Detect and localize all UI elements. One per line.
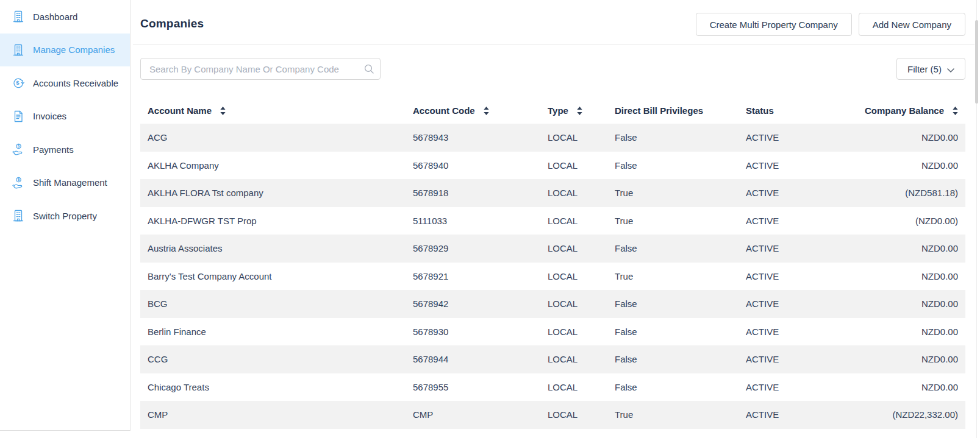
column-header-type[interactable]: Type <box>548 97 582 124</box>
sidebar-nav: DashboardManage Companies$Accounts Recei… <box>0 0 130 233</box>
table-header-row: Account NameAccount CodeTypeDirect Bill … <box>140 97 965 124</box>
cell-status: ACTIVE <box>746 207 779 235</box>
chevron-down-icon <box>947 64 954 74</box>
column-header-direct-bill-privileges: Direct Bill Privileges <box>615 97 703 124</box>
cell-status: ACTIVE <box>746 318 779 346</box>
header-actions: Create Multi Property Company Add New Co… <box>696 13 965 36</box>
search-icon <box>364 64 374 74</box>
sidebar-item-invoices[interactable]: Invoices <box>0 100 130 133</box>
cell-account-name: Berlin Finance <box>148 318 206 346</box>
table-row[interactable]: BCG5678942LOCALFalseACTIVENZD0.00 <box>140 290 965 318</box>
column-header-label: Account Name <box>148 105 212 116</box>
scrollbar-thumb[interactable] <box>975 20 978 104</box>
cell-account-code: 5678944 <box>413 345 448 373</box>
column-header-account-code[interactable]: Account Code <box>413 97 489 124</box>
sort-icon[interactable] <box>220 107 226 115</box>
svg-text:$: $ <box>18 177 20 182</box>
cell-account-code: 5678942 <box>413 290 448 318</box>
cell-status: ACTIVE <box>746 152 779 180</box>
cell-type: LOCAL <box>548 345 578 373</box>
cell-account-code: 5678940 <box>413 152 448 180</box>
cell-direct-bill-privileges: True <box>615 263 633 291</box>
cell-status: ACTIVE <box>746 373 779 401</box>
cell-type: LOCAL <box>548 124 578 152</box>
cell-status: ACTIVE <box>746 345 779 373</box>
cell-type: LOCAL <box>548 290 578 318</box>
page-title: Companies <box>140 17 204 30</box>
sidebar-item-switch-property[interactable]: Switch Property <box>0 199 130 233</box>
cell-account-name: AKLHA Company <box>148 152 219 180</box>
cell-company-balance: (NZD22,332.00) <box>892 401 958 429</box>
sort-icon[interactable] <box>484 107 489 115</box>
table-row[interactable]: Barry's Test Company Account5678921LOCAL… <box>140 263 965 291</box>
cell-account-code: 5111033 <box>413 207 447 235</box>
cell-type: LOCAL <box>548 179 578 207</box>
search-input[interactable] <box>140 58 381 80</box>
filter-button[interactable]: Filter (5) <box>896 58 965 80</box>
sidebar-item-label: Switch Property <box>33 211 97 221</box>
create-multi-property-company-button[interactable]: Create Multi Property Company <box>696 13 852 36</box>
table-row[interactable]: Berlin Finance5678930LOCALFalseACTIVENZD… <box>140 318 965 346</box>
hand-coin-icon: $ <box>12 176 25 189</box>
table-row[interactable]: AKLHA FLORA Tst company5678918LOCALTrueA… <box>140 179 965 207</box>
column-header-label: Direct Bill Privileges <box>615 105 703 116</box>
sort-icon[interactable] <box>953 107 958 115</box>
cell-account-name: CCG <box>148 345 168 373</box>
cell-type: LOCAL <box>548 152 578 180</box>
invoice-icon <box>12 110 25 123</box>
cell-account-code: 5678929 <box>413 235 448 263</box>
table-row[interactable]: AKLHA Company5678940LOCALFalseACTIVENZD0… <box>140 152 965 180</box>
cell-account-name: Chicago Treats <box>148 373 209 401</box>
table-row[interactable]: ACG5678943LOCALFalseACTIVENZD0.00 <box>140 124 965 152</box>
cell-company-balance: NZD0.00 <box>921 345 958 373</box>
sort-icon[interactable] <box>577 107 582 115</box>
table-row[interactable]: CMPCMPLOCALTrueACTIVE(NZD22,332.00) <box>140 401 965 429</box>
cell-company-balance: (NZD0.00) <box>915 207 958 235</box>
cell-account-code: 5678930 <box>413 318 448 346</box>
cell-status: ACTIVE <box>746 263 779 291</box>
table-row[interactable]: AKLHA-DFWGR TST Prop5111033LOCALTrueACTI… <box>140 207 965 235</box>
sidebar-item-label: Payments <box>33 144 74 155</box>
main-content: Companies Create Multi Property Company … <box>131 0 980 438</box>
cell-type: LOCAL <box>548 373 578 401</box>
table-row[interactable]: CCG5678944LOCALFalseACTIVENZD0.00 <box>140 345 965 373</box>
column-header-company-balance[interactable]: Company Balance <box>865 97 958 124</box>
cell-status: ACTIVE <box>746 124 779 152</box>
sidebar-item-accounts-receivable[interactable]: $Accounts Receivable <box>0 66 130 100</box>
svg-text:$: $ <box>16 79 20 86</box>
cell-company-balance: NZD0.00 <box>921 152 958 180</box>
building-icon <box>12 10 25 23</box>
cell-status: ACTIVE <box>746 179 779 207</box>
sidebar-item-shift-management[interactable]: $Shift Management <box>0 166 130 200</box>
sidebar-item-label: Shift Management <box>33 177 107 188</box>
sidebar-item-manage-companies[interactable]: Manage Companies <box>0 34 130 67</box>
cell-status: ACTIVE <box>746 235 779 263</box>
cell-account-code: 5678918 <box>413 179 448 207</box>
cell-direct-bill-privileges: False <box>615 345 637 373</box>
table-row[interactable]: Chicago Treats5678955LOCALFalseACTIVENZD… <box>140 373 965 401</box>
sidebar-item-dashboard[interactable]: Dashboard <box>0 0 130 34</box>
column-header-status: Status <box>746 97 774 124</box>
sidebar-item-label: Accounts Receivable <box>33 78 118 88</box>
sidebar: DashboardManage Companies$Accounts Recei… <box>0 0 131 431</box>
building-icon <box>12 43 25 57</box>
cell-direct-bill-privileges: True <box>615 179 633 207</box>
add-new-company-button[interactable]: Add New Company <box>859 13 965 36</box>
accounts-receivable-icon: $ <box>12 76 25 90</box>
column-header-account-name[interactable]: Account Name <box>148 97 226 124</box>
cell-account-name: Barry's Test Company Account <box>148 263 272 291</box>
cell-type: LOCAL <box>548 263 578 291</box>
cell-company-balance: (NZD581.18) <box>905 179 958 207</box>
table-row[interactable]: Austria Associates5678929LOCALFalseACTIV… <box>140 235 965 263</box>
search-box <box>140 58 381 80</box>
svg-text:$: $ <box>18 144 20 149</box>
filter-label: Filter (5) <box>907 64 942 74</box>
cell-direct-bill-privileges: False <box>615 235 637 263</box>
cell-company-balance: NZD0.00 <box>921 124 958 152</box>
cell-direct-bill-privileges: False <box>615 290 637 318</box>
cell-type: LOCAL <box>548 207 578 235</box>
building-icon <box>12 209 25 222</box>
sidebar-item-payments[interactable]: $Payments <box>0 133 130 166</box>
cell-account-code: 5678943 <box>413 124 448 152</box>
cell-status: ACTIVE <box>746 401 779 429</box>
